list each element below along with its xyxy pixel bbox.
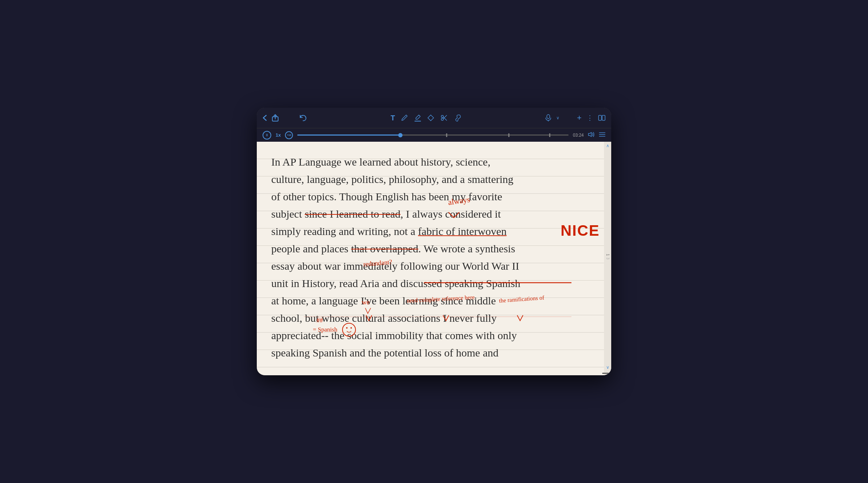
undo-button[interactable] — [299, 115, 307, 121]
volume-button[interactable] — [588, 132, 595, 139]
ipad-device: 12:45 T — [257, 108, 611, 375]
page-number: 1 — [606, 254, 610, 256]
svg-rect-9 — [602, 115, 605, 120]
microphone-button[interactable] — [545, 114, 551, 121]
document-page[interactable]: In AP Language we learned about history,… — [257, 142, 604, 375]
scrollbar[interactable]: ∧ 1 3 ∨ — [604, 142, 611, 375]
strikethrough-text-1: since I learned to read — [305, 208, 400, 220]
total-pages: 3 — [606, 257, 610, 260]
time-display: 03:24 — [573, 133, 584, 138]
annotation-tools: T — [307, 114, 545, 122]
mic-expand-button[interactable]: ∨ — [556, 115, 559, 120]
layout-button[interactable] — [598, 115, 605, 121]
underline-text-1: fabric of interwoven — [418, 225, 507, 237]
back-button[interactable] — [263, 115, 267, 121]
scroll-down-arrow[interactable]: ∨ — [606, 365, 609, 370]
pause-button[interactable]: ⏸ — [263, 131, 271, 140]
pen-tool-button[interactable] — [401, 114, 408, 121]
toolbar-right-section: ∨ + ⋮ — [545, 113, 605, 123]
menu-button[interactable] — [599, 132, 605, 138]
progress-thumb — [398, 133, 403, 137]
progress-marker-2 — [509, 133, 510, 137]
strikethrough-text-2: that overlapped — [351, 243, 418, 255]
speed-label[interactable]: 1x — [276, 132, 281, 138]
document-content-area: In AP Language we learned about history,… — [257, 142, 611, 375]
toolbar-left-section — [263, 114, 307, 121]
text-tool-button[interactable]: T — [391, 114, 395, 122]
progress-bar-row: ⏸ 1x +10 03:24 — [257, 128, 611, 142]
svg-line-5 — [443, 115, 447, 119]
progress-fill — [297, 134, 400, 136]
svg-rect-6 — [547, 115, 550, 119]
skip-forward-button[interactable]: +10 — [285, 131, 293, 139]
share-button[interactable] — [272, 114, 278, 121]
progress-marker-3 — [549, 133, 550, 137]
shape-tool-button[interactable] — [427, 115, 434, 121]
document-text: In AP Language we learned about history,… — [271, 153, 590, 362]
brush-tool-button[interactable] — [454, 114, 461, 121]
progress-marker-1 — [446, 133, 447, 137]
scissors-tool-button[interactable] — [441, 114, 448, 121]
highlighter-tool-button[interactable] — [414, 114, 421, 121]
more-options-button[interactable]: ⋮ — [587, 114, 593, 122]
scroll-up-arrow[interactable]: ∧ — [606, 143, 609, 148]
svg-line-4 — [443, 117, 447, 121]
add-button[interactable]: + — [577, 113, 582, 123]
progress-track[interactable] — [297, 134, 569, 136]
svg-rect-8 — [599, 115, 601, 120]
top-toolbar: T ∨ — [257, 108, 611, 128]
